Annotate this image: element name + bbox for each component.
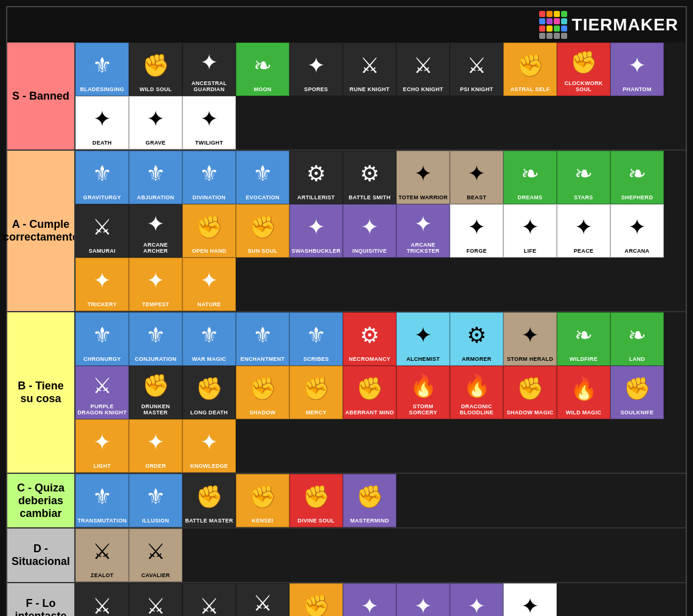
item-evocation[interactable]: ⚜EVOCATION xyxy=(236,151,289,204)
item-soulknife[interactable]: ✊SOULKNIFE xyxy=(610,366,664,419)
item-spores[interactable]: ✦SPORES xyxy=(289,43,343,96)
item-graviturgy[interactable]: ⚜GRAVITURGY xyxy=(75,151,129,204)
item-four-elements[interactable]: ✊FOUR ELEMENTS xyxy=(289,583,343,616)
item-battle-master[interactable]: ✊BATTLE MASTER xyxy=(182,474,236,527)
item-ancestral-guardian[interactable]: ✦ANCESTRAL GUARDIAN xyxy=(182,43,236,96)
item-arcana[interactable]: ✦ARCANA xyxy=(610,204,664,258)
item-astral-self[interactable]: ✊ASTRAL SELF xyxy=(503,43,557,96)
item-twilight[interactable]: ✦TWILIGHT xyxy=(182,96,236,149)
item-mercy[interactable]: ✊MERCY xyxy=(289,366,343,419)
item-rune-knight[interactable]: ⚔RUNE KNIGHT xyxy=(343,43,396,96)
item-label-5: RUNE KNIGHT xyxy=(350,87,390,93)
item-cavalier[interactable]: ⚔CAVALIER xyxy=(129,529,182,582)
item-armorer[interactable]: ⚙ARMORER xyxy=(450,312,503,366)
item-war-magic[interactable]: ⚜WAR MAGIC xyxy=(182,312,236,366)
item-war[interactable]: ✦WAR xyxy=(503,583,557,616)
item-land[interactable]: ❧LAND xyxy=(610,312,664,366)
item-artillerist[interactable]: ⚙ARTILLERIST xyxy=(289,151,343,204)
tier-row-s: S - Banned⚜BLADESINGING✊WILD SOUL✦ANCEST… xyxy=(7,43,686,151)
item-divine-soul[interactable]: ✊DIVINE SOUL xyxy=(289,474,343,527)
item-light[interactable]: ✦LIGHT xyxy=(75,419,129,473)
item-arcane-trickster[interactable]: ✦ARCANE TRICKSTER xyxy=(396,204,450,258)
item-icon-12: ✦ xyxy=(147,99,165,139)
item-icon-1: ✊ xyxy=(142,46,170,86)
item-enchantment[interactable]: ⚜ENCHANTMENT xyxy=(236,312,289,366)
item-eldritch-knight[interactable]: ⚔ELDRITCH KNIGHT xyxy=(236,583,289,616)
item-alchemist[interactable]: ✦ALCHEMIST xyxy=(396,312,450,366)
item-chronurgy[interactable]: ⚜CHRONURGY xyxy=(75,312,129,366)
item-open-hand[interactable]: ✊OPEN HAND xyxy=(182,204,236,258)
item-abjuration[interactable]: ⚜ABJURATION xyxy=(129,151,182,204)
item-label-1: ABJURATION xyxy=(137,195,174,201)
item-knowledge[interactable]: ✦KNOWLEDGE xyxy=(182,419,236,473)
item-label-10: LAND xyxy=(629,357,645,363)
item-tempest[interactable]: ✦TEMPEST xyxy=(129,258,182,311)
item-battlerager[interactable]: ⚔BATTLERAGER xyxy=(75,583,129,616)
item-psi-knight[interactable]: ⚔PSI KNIGHT xyxy=(450,43,503,96)
item-arcane-archer[interactable]: ✦ARCANE ARCHER xyxy=(129,204,182,258)
item-storm-herald[interactable]: ✦STORM HERALD xyxy=(503,312,557,366)
item-trickery[interactable]: ✦TRICKERY xyxy=(75,258,129,311)
item-label-6: ALCHEMIST xyxy=(406,357,440,363)
item-death[interactable]: ✦DEATH xyxy=(75,96,129,149)
item-label-23: ORDER xyxy=(145,464,166,470)
item-zealot[interactable]: ⚔ZEALOT xyxy=(75,529,129,582)
item-sun-soul[interactable]: ✊SUN SOUL xyxy=(236,204,289,258)
item-long-death[interactable]: ✊LONG DEATH xyxy=(182,366,236,419)
item-wild-magic[interactable]: 🔥WILD MAGIC xyxy=(557,366,610,419)
item-order[interactable]: ✦ORDER xyxy=(129,419,182,473)
tier-items-d: ⚔ZEALOT⚔CAVALIER xyxy=(74,529,686,582)
item-grave[interactable]: ✦GRAVE xyxy=(129,96,182,149)
item-shadow[interactable]: ✊SHADOW xyxy=(236,366,289,419)
item-assassin[interactable]: ✦ASSASSIN xyxy=(343,583,396,616)
item-swashbuckler[interactable]: ✦SWASHBUCKLER xyxy=(289,204,343,258)
item-stars[interactable]: ❧STARS xyxy=(557,151,610,204)
item-aberrant-mind[interactable]: ✊ABERRANT MIND xyxy=(343,366,396,419)
item-mastermind[interactable]: ✊MASTERMIND xyxy=(343,474,396,527)
item-label-9: WILDFIRE xyxy=(570,357,598,363)
item-thief[interactable]: ✦THIEF xyxy=(450,583,503,616)
item-samurai[interactable]: ⚔SAMURAI xyxy=(75,204,129,258)
item-champion[interactable]: ⚔CHAMPION xyxy=(182,583,236,616)
item-divination[interactable]: ⚜DIVINATION xyxy=(182,151,236,204)
item-kensei[interactable]: ✊KENSEI xyxy=(236,474,289,527)
item-icon-0: ⚜ xyxy=(92,315,112,355)
item-berserker[interactable]: ⚔BERSERKER xyxy=(129,583,182,616)
item-scribes[interactable]: ⚜SCRIBES xyxy=(289,312,343,366)
item-totem-warrior[interactable]: ✦TOTEM WARRIOR xyxy=(396,151,450,204)
item-shadow-magic[interactable]: ✊SHADOW MAGIC xyxy=(503,366,557,419)
item-bladesinging[interactable]: ⚜BLADESINGING xyxy=(75,43,129,96)
item-forge[interactable]: ✦FORGE xyxy=(450,204,503,258)
item-life[interactable]: ✦LIFE xyxy=(503,204,557,258)
item-inquisitive[interactable]: ✦INQUISITIVE xyxy=(343,204,396,258)
item-phantom[interactable]: ✦PHANTOM xyxy=(610,43,664,96)
item-shepherd[interactable]: ❧SHEPHERD xyxy=(610,151,664,204)
item-drunken-master[interactable]: ✊DRUNKEN MASTER xyxy=(129,366,182,419)
item-label-19: LIFE xyxy=(524,248,537,255)
item-wildfire[interactable]: ❧WILDFIRE xyxy=(557,312,610,366)
item-transmutation[interactable]: ⚜TRANSMUTATION xyxy=(75,474,129,527)
logo-cell-8 xyxy=(539,26,545,32)
item-icon-1: ⚜ xyxy=(146,154,165,194)
item-necromancy[interactable]: ⚙NECROMANCY xyxy=(343,312,396,366)
item-label-11: SAMURAI xyxy=(89,248,116,255)
item-storm-sorcery[interactable]: 🔥STORM SORCERY xyxy=(396,366,450,419)
item-draconic-bloodline[interactable]: 🔥DRACONIC BLOODLINE xyxy=(450,366,503,419)
item-dreams[interactable]: ❧DREAMS xyxy=(503,151,557,204)
item-scout[interactable]: ✦SCOUT xyxy=(396,583,450,616)
item-peace[interactable]: ✦PEACE xyxy=(557,204,610,258)
item-label-2: WAR MAGIC xyxy=(192,357,226,363)
item-nature[interactable]: ✦NATURE xyxy=(182,258,236,311)
tier-items-s: ⚜BLADESINGING✊WILD SOUL✦ANCESTRAL GUARDI… xyxy=(74,43,686,149)
item-battle-smith[interactable]: ⚙BATTLE SMITH xyxy=(343,151,396,204)
item-echo-knight[interactable]: ⚔ECHO KNIGHT xyxy=(396,43,450,96)
item-illusion[interactable]: ⚜ILLUSION xyxy=(129,474,182,527)
logo-cell-2 xyxy=(554,11,560,17)
item-purple-dragon-knight[interactable]: ⚔PURPLE DRAGON KNIGHT xyxy=(75,366,129,419)
item-icon-4: ⚙ xyxy=(306,154,326,194)
item-beast[interactable]: ✦BEAST xyxy=(450,151,503,204)
item-clockwork-soul[interactable]: ✊CLOCKWORK SOUL xyxy=(557,43,610,96)
item-conjuration[interactable]: ⚜CONJURATION xyxy=(129,312,182,366)
item-moon[interactable]: ❧MOON xyxy=(236,43,289,96)
item-wild-soul[interactable]: ✊WILD SOUL xyxy=(129,43,182,96)
